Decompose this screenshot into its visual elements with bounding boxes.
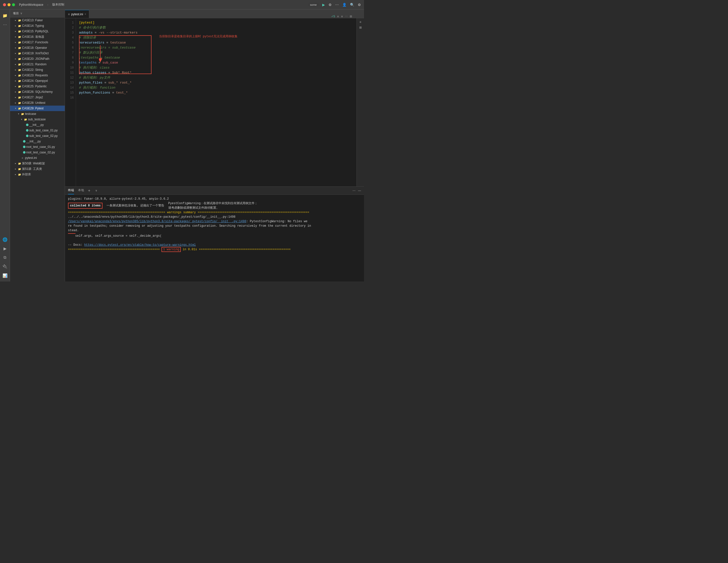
tree-item-label: __init__.py — [26, 140, 41, 143]
terminal-chevron-icon[interactable]: ∨ — [95, 189, 97, 192]
activity-globe-icon[interactable]: 🌐 — [1, 235, 9, 243]
sidebar-item-sub_testcase[interactable]: ▾📁sub_testcase — [10, 117, 65, 122]
sidebar-title: 项目 — [13, 12, 19, 15]
search-icon[interactable]: 🔍 — [350, 3, 354, 7]
app-name-label[interactable]: PythonWorkspace — [19, 3, 43, 7]
folder-icon: 📁 — [18, 162, 21, 165]
sep-dashes-right: ========================================… — [199, 248, 291, 251]
sidebar-item-case50[interactable]: ▸📁第50课: Web框架 — [10, 161, 65, 166]
close-button[interactable] — [3, 3, 6, 6]
vcs-label[interactable]: 版本控制 — [52, 3, 64, 7]
sidebar-item-case21[interactable]: ▸📁CASE21: Random — [10, 62, 65, 67]
settings2-icon[interactable]: ⚙ — [358, 3, 361, 7]
terminal-more-icon[interactable]: ⋯ — [353, 189, 355, 192]
activity-terminal-icon[interactable]: 📊 — [1, 271, 9, 279]
folder-icon: 📁 — [18, 46, 21, 50]
minimize-button[interactable] — [7, 3, 11, 6]
tab-pytest-ini[interactable]: ≡ pytest.ini × — [65, 10, 89, 18]
editor-split-icon[interactable]: ⊟ — [350, 15, 352, 18]
editor-up-icon[interactable]: ∧ — [337, 15, 339, 18]
tab-close-icon[interactable]: × — [85, 13, 86, 16]
folder-icon: 📁 — [24, 118, 27, 121]
code-area[interactable]: [pytest]# 命令行执行参数addopts = -vs --strict-… — [76, 18, 357, 186]
ini-icon: ≡ — [21, 156, 24, 160]
folder-icon: 📁 — [18, 79, 21, 83]
sidebar-item-case26[interactable]: ▸📁CASE26: SQLAlchemy — [10, 89, 65, 95]
sidebar-item-case17[interactable]: ▸📁CASE17: Functools — [10, 40, 65, 45]
terminal-minimize-icon[interactable]: — — [358, 189, 361, 192]
sidebar-item-case15[interactable]: ▸📁CASE15: PyMySQL — [10, 29, 65, 34]
sidebar-item-case14[interactable]: ▸📁CASE14: Typing — [10, 23, 65, 29]
settings-icon[interactable]: ⚙ — [329, 3, 332, 7]
folder-icon: 📁 — [18, 96, 21, 99]
tree-item-label: root_test_case_01.py — [26, 145, 55, 149]
sidebar-item-sub01[interactable]: sub_test_case_01.py — [10, 128, 65, 133]
activity-run-icon[interactable]: ▶ — [1, 244, 9, 252]
sidebar-chevron-icon[interactable]: ∨ — [20, 12, 23, 15]
tree-item-label: CASE28: Unittest — [22, 101, 45, 105]
run-icon[interactable]: ▶ — [322, 3, 325, 7]
sidebar-item-case51[interactable]: ▸📁第51课: 工具类 — [10, 166, 65, 172]
docs-link[interactable]: https://docs.pytest.org/en/stable/how-to… — [84, 243, 196, 247]
profile-label[interactable]: some — [308, 3, 319, 7]
sidebar-item-case24[interactable]: ▸📁CASE24: Openpyxl — [10, 78, 65, 84]
sidebar-item-case27[interactable]: ▸📁CASE27: Jinja2 — [10, 95, 65, 100]
sidebar-item-case29[interactable]: ▾📁CASE29: Pytest — [10, 106, 65, 111]
sidebar-item-init1[interactable]: __init__.py — [10, 122, 65, 128]
sidebar-item-pytest_ini[interactable]: ≡pytest.ini — [10, 155, 65, 161]
sidebar-item-case19[interactable]: ▸📁CASE19: XmlToDict — [10, 51, 65, 56]
folder-icon: 📁 — [18, 90, 21, 94]
terminal-tab-local[interactable]: 本地 — [78, 187, 84, 194]
config-link[interactable]: /Users/yangkai/anaconda3/envs/python385/… — [68, 220, 246, 223]
sidebar-item-case13[interactable]: ▸📁CASE13: Faker — [10, 18, 65, 23]
code-line-1: [pytest] — [79, 20, 357, 25]
outline-icon[interactable]: ≡ — [359, 20, 361, 24]
line-numbers: 12345678910111213141516 — [65, 18, 76, 186]
editor-more-icon[interactable]: ⋯ — [345, 15, 348, 18]
editor-content: 12345678910111213141516 [pytest]# 命令行执行参… — [65, 18, 357, 186]
sidebar-item-case16[interactable]: ▸📁CASE16: 装饰器 — [10, 34, 65, 40]
terminal-tab-terminal[interactable]: 终端 — [68, 187, 74, 194]
sidebar-item-case20[interactable]: ▸📁CASE20: JSONPath — [10, 56, 65, 62]
grid-icon[interactable]: ⊞ — [359, 26, 362, 29]
folder-arrow-icon: ▸ — [14, 24, 17, 27]
code-line-12: # 执行规则: py文件 — [79, 75, 357, 80]
folder-arrow-icon: ▸ — [14, 19, 17, 22]
terminal-add-icon[interactable]: + — [88, 188, 90, 193]
sidebar-item-case18[interactable]: ▸📁CASE18: Operator — [10, 45, 65, 51]
folder-arrow-icon: ▸ — [14, 162, 17, 165]
folder-icon: 📁 — [18, 173, 21, 176]
sidebar-item-init2[interactable]: __init__.py — [10, 139, 65, 144]
main-container: 📁 ⋯ 🌐 ▶ ⧉ 🔌 📊 项目 ∨ ▸📁CASE13: Faker▸📁CASE… — [0, 10, 364, 282]
sidebar-item-sub02[interactable]: sub_test_case_02.py — [10, 133, 65, 139]
sidebar-item-case22[interactable]: ▸📁CASE22: String — [10, 67, 65, 73]
activity-layers-icon[interactable]: ⧉ — [1, 253, 9, 261]
code-line-13: python_files = sub_* root_* — [79, 80, 357, 85]
activity-bar: 📁 ⋯ 🌐 ▶ ⧉ 🔌 📊 — [0, 10, 10, 282]
sidebar-item-case23[interactable]: ▸📁CASE23: Requests — [10, 73, 65, 78]
folder-arrow-icon: ▾ — [14, 107, 17, 110]
term-link1[interactable]: /Users/yangkai/anaconda3/envs/python385/… — [68, 219, 361, 224]
folder-arrow-icon: ▸ — [14, 74, 17, 77]
sidebar-tree[interactable]: ▸📁CASE13: Faker▸📁CASE14: Typing▸📁CASE15:… — [10, 18, 65, 282]
activity-plugin-icon[interactable]: 🔌 — [1, 262, 9, 270]
sidebar-item-case25[interactable]: ▸📁CASE25: Pydantic — [10, 84, 65, 89]
activity-ellipsis-icon[interactable]: ⋯ — [1, 21, 9, 29]
sidebar-item-root02[interactable]: root_test_case_02.py — [10, 150, 65, 155]
folder-icon: 📁 — [18, 85, 21, 88]
sidebar-item-root01[interactable]: root_test_case_01.py — [10, 144, 65, 150]
sidebar-item-case28[interactable]: ▸📁CASE28: Unittest — [10, 100, 65, 106]
more-icon[interactable]: ⋯ — [335, 3, 339, 7]
sidebar-item-testcase[interactable]: ▾📁testcase — [10, 111, 65, 117]
terminal-content[interactable]: plugins: Faker-18.9.0, allure-pytest-2.9… — [65, 195, 364, 282]
editor-down-icon[interactable]: ∨ — [341, 15, 343, 18]
term-docs[interactable]: -- Docs: https://docs.pytest.org/en/stab… — [68, 243, 361, 247]
sidebar-item-external[interactable]: ▸📁外部库 — [10, 172, 65, 177]
tab-ini-icon: ≡ — [68, 13, 70, 16]
term-empty — [68, 238, 361, 243]
user-icon[interactable]: 👤 — [342, 3, 347, 7]
activity-folder-icon[interactable]: 📁 — [1, 12, 9, 20]
maximize-button[interactable] — [12, 3, 15, 6]
titlebar: PythonWorkspace › 版本控制 some ▶ ⚙ ⋯ 👤 🔍 ⚙ — [0, 0, 364, 10]
collected-box: collected 0 items — [68, 203, 103, 209]
